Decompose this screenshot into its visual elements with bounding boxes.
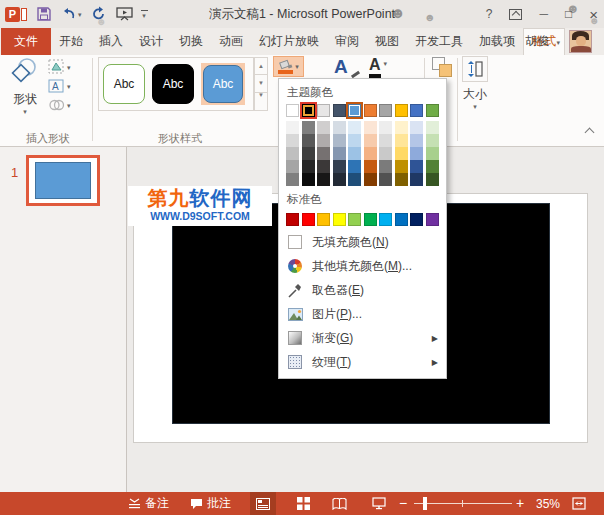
theme-color-5-variant-2[interactable]	[348, 134, 361, 147]
collapse-ribbon-button[interactable]	[585, 126, 594, 135]
gallery-more-button[interactable]: ▼	[254, 93, 268, 111]
shape-style-option-3-selected[interactable]: Abc	[203, 65, 243, 103]
theme-color-7-variant-4[interactable]	[379, 160, 392, 173]
menu-item-gradient[interactable]: 渐变(G) ▶	[279, 326, 446, 350]
gallery-scroll-down-button[interactable]: ▼	[254, 75, 268, 93]
menu-item-eyedropper[interactable]: 取色器(E)	[279, 278, 446, 302]
theme-color-7-variant-2[interactable]	[379, 134, 392, 147]
theme-color-swatch-9[interactable]	[410, 104, 423, 117]
theme-color-9-variant-5[interactable]	[410, 173, 423, 186]
theme-color-6-variant-4[interactable]	[364, 160, 377, 173]
theme-color-9-variant-3[interactable]	[410, 147, 423, 160]
theme-color-9-variant-4[interactable]	[410, 160, 423, 173]
user-avatar[interactable]	[569, 30, 592, 53]
zoom-slider-handle[interactable]	[423, 497, 427, 510]
tab-design[interactable]: 设计	[131, 28, 171, 55]
theme-color-7-variant-1[interactable]	[379, 121, 392, 134]
theme-color-8-variant-2[interactable]	[395, 134, 408, 147]
gallery-scroll-up-button[interactable]: ▲	[254, 57, 268, 75]
standard-color-swatch-1[interactable]	[286, 213, 299, 226]
size-button[interactable]	[462, 56, 488, 82]
slide-sorter-view-button[interactable]	[290, 492, 316, 515]
theme-color-1-variant-4[interactable]	[286, 160, 299, 173]
theme-color-swatch-2-hovered[interactable]	[302, 104, 315, 117]
theme-color-10-variant-2[interactable]	[426, 134, 439, 147]
theme-color-4-variant-5[interactable]	[333, 173, 346, 186]
theme-color-1-variant-2[interactable]	[286, 134, 299, 147]
theme-color-2-variant-4[interactable]	[302, 160, 315, 173]
theme-color-10-variant-3[interactable]	[426, 147, 439, 160]
theme-color-1-variant-3[interactable]	[286, 147, 299, 160]
menu-item-texture[interactable]: 纹理(T) ▶	[279, 350, 446, 374]
menu-item-more-fill-colors[interactable]: 其他填充颜色(M)...	[279, 254, 446, 278]
theme-color-6-variant-1[interactable]	[364, 121, 377, 134]
theme-color-9-variant-1[interactable]	[410, 121, 423, 134]
theme-color-10-variant-5[interactable]	[426, 173, 439, 186]
theme-color-swatch-5-current[interactable]	[348, 104, 361, 117]
theme-color-4-variant-4[interactable]	[333, 160, 346, 173]
standard-color-swatch-2[interactable]	[302, 213, 315, 226]
theme-color-8-variant-5[interactable]	[395, 173, 408, 186]
zoom-out-button[interactable]: −	[399, 492, 407, 515]
standard-color-swatch-7[interactable]	[379, 213, 392, 226]
close-button[interactable]: ×	[589, 6, 598, 23]
fit-slide-to-window-button[interactable]	[572, 492, 586, 515]
zoom-level[interactable]: 35%	[536, 492, 560, 515]
theme-color-7-variant-5[interactable]	[379, 173, 392, 186]
slideshow-view-button[interactable]	[366, 492, 392, 515]
merge-shapes-button[interactable]: ▾	[48, 96, 71, 114]
tab-review[interactable]: 审阅	[327, 28, 367, 55]
menu-item-picture[interactable]: 图片(P)...	[279, 302, 446, 326]
theme-color-2-variant-3[interactable]	[302, 147, 315, 160]
theme-color-4-variant-3[interactable]	[333, 147, 346, 160]
menu-item-no-fill[interactable]: 无填充颜色(N)	[279, 230, 446, 254]
theme-color-swatch-4[interactable]	[333, 104, 346, 117]
theme-color-3-variant-2[interactable]	[317, 134, 330, 147]
theme-color-6-variant-2[interactable]	[364, 134, 377, 147]
theme-color-4-variant-2[interactable]	[333, 134, 346, 147]
theme-color-2-variant-5[interactable]	[302, 173, 315, 186]
text-box-button[interactable]: A ▾	[48, 77, 71, 95]
theme-color-5-variant-4[interactable]	[348, 160, 361, 173]
tab-home[interactable]: 开始	[51, 28, 91, 55]
theme-color-5-variant-5[interactable]	[348, 173, 361, 186]
help-button[interactable]: ?	[486, 7, 493, 21]
theme-color-7-variant-3[interactable]	[379, 147, 392, 160]
theme-color-5-variant-1[interactable]	[348, 121, 361, 134]
reading-view-button[interactable]	[326, 492, 352, 515]
theme-color-6-variant-5[interactable]	[364, 173, 377, 186]
tab-developer[interactable]: 开发工具	[407, 28, 471, 55]
theme-color-3-variant-4[interactable]	[317, 160, 330, 173]
arrange-bring-forward-button[interactable]	[432, 57, 454, 79]
theme-color-8-variant-3[interactable]	[395, 147, 408, 160]
theme-color-swatch-10[interactable]	[426, 104, 439, 117]
normal-view-button[interactable]	[250, 492, 276, 515]
theme-color-swatch-3[interactable]	[317, 104, 330, 117]
theme-color-1-variant-1[interactable]	[286, 121, 299, 134]
tab-insert[interactable]: 插入	[91, 28, 131, 55]
theme-color-swatch-7[interactable]	[379, 104, 392, 117]
theme-color-10-variant-1[interactable]	[426, 121, 439, 134]
tab-animations[interactable]: 动画	[211, 28, 251, 55]
theme-color-swatch-1[interactable]	[286, 104, 299, 117]
text-outline-button[interactable]: A ▾	[369, 56, 387, 78]
maximize-button[interactable]: □	[565, 7, 572, 21]
theme-color-3-variant-3[interactable]	[317, 147, 330, 160]
theme-color-2-variant-1[interactable]	[302, 121, 315, 134]
standard-color-swatch-5[interactable]	[348, 213, 361, 226]
theme-color-2-variant-2[interactable]	[302, 134, 315, 147]
theme-color-3-variant-1[interactable]	[317, 121, 330, 134]
theme-color-swatch-6[interactable]	[364, 104, 377, 117]
tab-transitions[interactable]: 切换	[171, 28, 211, 55]
insert-shapes-button[interactable]: 形状 ▾	[6, 57, 44, 129]
standard-color-swatch-8[interactable]	[395, 213, 408, 226]
shape-fill-button-active[interactable]: ▾	[273, 56, 304, 77]
notes-button[interactable]: 备注	[128, 492, 169, 515]
zoom-in-button[interactable]: +	[516, 492, 524, 515]
shape-style-option-1[interactable]: Abc	[103, 64, 145, 104]
tab-view[interactable]: 视图	[367, 28, 407, 55]
theme-color-swatch-8[interactable]	[395, 104, 408, 117]
tab-file[interactable]: 文件	[1, 28, 51, 55]
standard-color-swatch-4[interactable]	[333, 213, 346, 226]
theme-color-4-variant-1[interactable]	[333, 121, 346, 134]
